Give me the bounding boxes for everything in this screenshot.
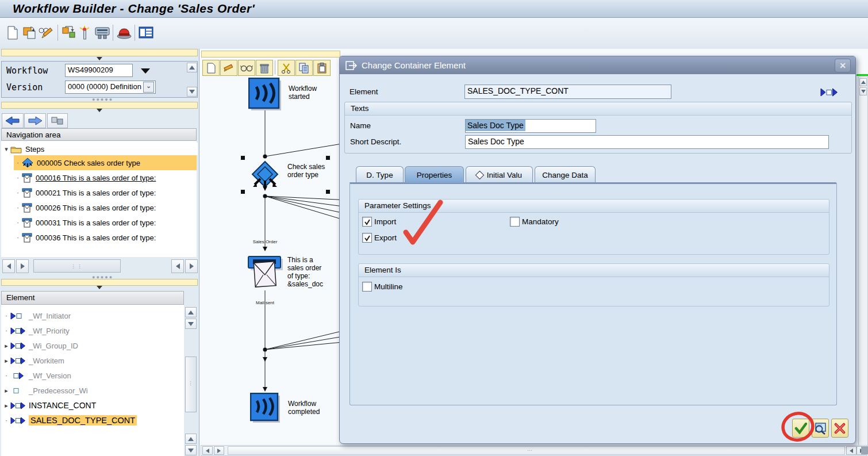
diagram-vscrollbar[interactable] [858, 76, 868, 446]
element-row[interactable]: ▸ _Wi_Group_ID [2, 338, 184, 353]
expander-icon[interactable]: ▸ [2, 402, 10, 409]
step-label: 000026 This is a sales order of type: [36, 204, 156, 212]
confirm-button[interactable] [792, 419, 809, 438]
step-row[interactable]: · 000016 This is a sales order of type: [14, 170, 197, 185]
green-marker-line [857, 74, 868, 76]
collapse-arrow-icon[interactable] [97, 286, 102, 289]
scroll-right-button[interactable] [214, 446, 224, 455]
magic-wand-icon[interactable] [77, 25, 93, 41]
collapsed-tray-header[interactable] [1, 102, 198, 109]
scroll-right-button[interactable] [185, 259, 198, 273]
import-export-icon [10, 357, 25, 365]
forward-button[interactable] [24, 113, 46, 128]
tree-leaf-dot: · [14, 234, 22, 241]
expander-icon[interactable]: ▸ [2, 342, 10, 350]
step-row[interactable]: · 000031 This is a sales order of type: [14, 215, 197, 230]
element-row[interactable]: ▸ _Workitem [2, 353, 184, 368]
close-icon[interactable]: ✕ [835, 59, 851, 72]
parameter-settings-group: Parameter Settings Import Export Mandato… [358, 199, 829, 255]
mail-step-icon [22, 217, 32, 228]
mail-step-icon [22, 202, 32, 213]
checkbox-label: Multiline [374, 282, 403, 291]
workflow-overview-button[interactable] [47, 113, 68, 128]
element-row[interactable]: · _Wf_Initiator [2, 308, 184, 323]
copy-objects-icon[interactable] [22, 25, 38, 41]
tab-initial-value[interactable]: Initial Valu [466, 166, 533, 183]
dialog-titlebar[interactable]: Change Container Element ✕ [340, 56, 855, 74]
red-hat-icon[interactable] [116, 25, 132, 41]
collapsed-tray-header[interactable] [1, 279, 198, 286]
expander-icon[interactable]: ▾ [2, 145, 10, 153]
mail-node-icon[interactable] [247, 253, 284, 291]
step-row[interactable]: · 000036 This is a sales order of type: [14, 230, 197, 245]
scroll-down-button[interactable] [185, 445, 197, 455]
workflow-completed-icon[interactable] [250, 393, 281, 424]
element-row[interactable]: · _Wf_Version [2, 368, 184, 383]
check-entries-button[interactable] [812, 419, 829, 438]
tree-leaf-dot: · [2, 372, 10, 379]
tab-d-type[interactable]: D. Type [356, 166, 404, 183]
scroll-down-button[interactable] [187, 87, 197, 97]
short-descript-input[interactable]: Sales Doc Type [465, 135, 829, 149]
scroll-down-button[interactable] [185, 319, 197, 329]
display-change-icon[interactable] [38, 25, 54, 41]
element-label: _Wf_Initiator [29, 312, 71, 320]
element-scrollbar: ⋮ [185, 305, 197, 456]
export-checkbox[interactable]: Export [362, 233, 397, 243]
mandatory-checkbox[interactable]: Mandatory [510, 217, 559, 227]
scroll-up-button[interactable] [187, 63, 197, 72]
workflow-started-icon[interactable] [248, 78, 283, 112]
scroll-right-button[interactable] [16, 259, 29, 273]
name-input[interactable]: Sales Doc Type [465, 119, 596, 133]
step-row[interactable]: · 000005 Check sales order type [14, 155, 197, 170]
collapsed-tray-header[interactable] [1, 49, 198, 56]
back-button[interactable] [2, 113, 24, 128]
scroll-left-button[interactable] [846, 446, 857, 455]
flowchart-test-icon[interactable] [61, 25, 77, 41]
collapse-arrow-icon[interactable] [97, 109, 102, 112]
tab-properties[interactable]: Properties [405, 166, 464, 183]
step-row[interactable]: · 000026 This is a sales order of type: [14, 200, 197, 215]
workflow-header-panel: Workflow WS49900209 Version 0000 (0000) … [1, 61, 198, 98]
scroll-up-button[interactable] [185, 434, 197, 444]
short-descript-label: Short Descript. [350, 137, 401, 146]
cancel-button[interactable] [831, 419, 848, 438]
resize-grip[interactable] [861, 446, 868, 454]
expander-icon[interactable]: ▸ [2, 357, 10, 365]
collapse-arrow-icon[interactable] [97, 57, 102, 60]
scroll-left-button[interactable] [171, 259, 184, 273]
workflow-id-input[interactable]: WS49900209 [65, 64, 133, 77]
element-row[interactable]: · _Wf_Priority [2, 323, 184, 338]
expander-icon[interactable]: ▸ [2, 387, 10, 394]
step-row[interactable]: · 000021 This is a sales order of type: [14, 185, 197, 200]
mail-step-icon [22, 232, 32, 243]
new-page-icon[interactable] [5, 25, 21, 41]
table-view-icon[interactable] [138, 25, 154, 41]
element-row[interactable]: · SALES_DOC_TYPE_CONT [2, 413, 184, 428]
element-label: _Wf_Version [29, 371, 71, 380]
step-label: 000036 This is a sales order of type: [36, 233, 156, 242]
element-row[interactable]: ▸ INSTANCE_CONT [2, 398, 184, 413]
tab-label: Change Data [542, 171, 588, 179]
version-dropdown-icon[interactable]: ⌄ [143, 82, 154, 93]
element-field[interactable]: SALES_DOC_TYPE_CONT [464, 85, 671, 99]
steps-root-row[interactable]: ▾ Steps [2, 143, 198, 155]
multiline-checkbox[interactable]: Multiline [362, 282, 403, 292]
version-select[interactable]: 0000 (0000) Definition ⌄ [65, 81, 156, 94]
window-titlebar: Workflow Builder - Change 'Sales Order' [0, 0, 868, 18]
scroll-up-button[interactable] [185, 307, 197, 317]
scrollbar-thumb[interactable]: ⋮ [185, 357, 197, 412]
tab-change-data[interactable]: Change Data [535, 166, 596, 183]
scrollbar-thumb[interactable]: ⋮⋮ [33, 259, 121, 273]
import-checkbox[interactable]: Import [362, 217, 396, 227]
workflow-dropdown-icon[interactable] [141, 68, 150, 74]
condition-step-icon [22, 158, 33, 168]
element-row[interactable]: ▸ _Predecessor_Wi [2, 383, 184, 398]
scrollbar-thumb[interactable]: ⋯ [228, 446, 845, 455]
scroll-left-button[interactable] [202, 446, 213, 455]
export-icon [10, 372, 25, 380]
machine-icon[interactable] [94, 25, 110, 41]
left-panel: Workflow WS49900209 Version 0000 (0000) … [0, 49, 199, 456]
checkbox-label: Export [374, 233, 397, 242]
scroll-left-button[interactable] [2, 259, 15, 273]
